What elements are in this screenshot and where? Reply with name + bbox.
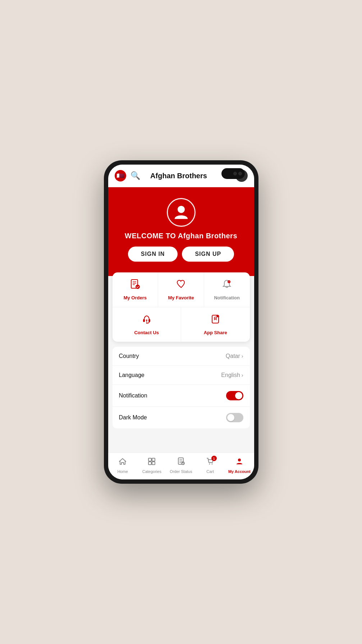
- profile-avatar-circle: [167, 198, 196, 227]
- country-row[interactable]: Country Qatar ›: [113, 347, 250, 366]
- svg-rect-7: [143, 319, 145, 322]
- language-chevron-icon: ›: [242, 372, 243, 378]
- heart-icon: [176, 279, 187, 292]
- svg-point-23: [181, 461, 185, 465]
- user-silhouette-icon: [172, 203, 190, 221]
- flag-icon[interactable]: 🇶🇦: [115, 170, 126, 181]
- phone-screen: 🇶🇦 🔍 Afghan Brothers € WELCOME TO Afghan…: [108, 165, 254, 479]
- menu-item-orders[interactable]: My Orders: [113, 272, 159, 307]
- order-status-nav-label: Order Status: [170, 469, 192, 474]
- phone-frame: 🇶🇦 🔍 Afghan Brothers € WELCOME TO Afghan…: [104, 160, 258, 484]
- scroll-area: WELCOME TO Afghan Brothers SIGN IN SIGN …: [108, 187, 254, 452]
- darkmode-label: Dark Mode: [119, 414, 147, 421]
- language-row[interactable]: Language English ›: [113, 366, 250, 385]
- svg-rect-18: [152, 462, 155, 465]
- menu-item-contact[interactable]: Contact Us: [113, 307, 182, 342]
- language-value: English: [221, 372, 240, 378]
- darkmode-row: Dark Mode: [113, 407, 250, 428]
- nav-item-cart[interactable]: 1 Cart: [196, 456, 225, 475]
- nav-item-categories[interactable]: Categories: [137, 456, 166, 475]
- app-title: Afghan Brothers: [126, 172, 232, 180]
- home-nav-label: Home: [117, 469, 128, 474]
- country-value-group: Qatar ›: [226, 353, 243, 359]
- svg-point-9: [146, 323, 147, 324]
- language-label: Language: [119, 372, 145, 378]
- account-nav-label: My Account: [228, 469, 251, 474]
- notification-toggle-knob: [235, 392, 242, 399]
- svg-point-5: [136, 285, 140, 289]
- home-icon: [118, 457, 127, 468]
- signup-button[interactable]: SIGN UP: [182, 247, 234, 262]
- menu-item-favorite[interactable]: My Favorite: [158, 272, 204, 307]
- bell-icon: [221, 279, 232, 292]
- darkmode-toggle-knob: [227, 414, 234, 421]
- svg-point-26: [238, 459, 241, 461]
- country-value: Qatar: [226, 353, 240, 359]
- welcome-banner: WELCOME TO Afghan Brothers SIGN IN SIGN …: [108, 187, 254, 276]
- notification-setting-label: Notification: [119, 392, 147, 399]
- favorite-label: My Favorite: [168, 295, 194, 300]
- svg-point-25: [211, 464, 212, 465]
- svg-rect-8: [148, 319, 150, 322]
- cart-wrapper: 1: [206, 457, 215, 468]
- menu-top-row: My Orders My Favorite: [113, 272, 250, 307]
- svg-point-24: [209, 464, 210, 465]
- account-icon: [235, 457, 244, 468]
- contact-label: Contact Us: [134, 330, 159, 335]
- welcome-text: WELCOME TO Afghan Brothers: [125, 232, 237, 240]
- country-chevron-icon: ›: [242, 353, 243, 359]
- darkmode-toggle[interactable]: [226, 413, 243, 422]
- country-label: Country: [119, 353, 139, 359]
- menu-bottom-row: Contact Us App: [113, 307, 250, 342]
- categories-icon: [147, 457, 156, 468]
- cart-nav-label: Cart: [206, 469, 214, 474]
- bottom-spacer: [108, 428, 254, 436]
- phone-camera: [221, 168, 245, 179]
- nav-item-home[interactable]: Home: [108, 456, 137, 475]
- language-value-group: English ›: [221, 372, 243, 378]
- camera-lens: [233, 172, 237, 175]
- menu-item-appshare[interactable]: App Share: [181, 307, 250, 342]
- menu-item-notification[interactable]: Notification: [204, 272, 250, 307]
- auth-buttons: SIGN IN SIGN UP: [128, 247, 234, 262]
- camera-sensor: [238, 172, 242, 175]
- nav-item-order-status[interactable]: Order Status: [166, 456, 196, 475]
- svg-rect-15: [148, 458, 151, 461]
- settings-section: Country Qatar › Language English ›: [113, 347, 250, 428]
- svg-rect-16: [152, 458, 155, 461]
- nav-item-account[interactable]: My Account: [225, 456, 254, 475]
- notification-row: Notification: [113, 385, 250, 407]
- svg-point-10: [146, 319, 147, 321]
- svg-rect-17: [148, 462, 151, 465]
- order-status-icon: [177, 457, 185, 468]
- notification-label: Notification: [214, 295, 240, 300]
- share-icon: [210, 314, 221, 327]
- categories-nav-label: Categories: [142, 469, 161, 474]
- signin-button[interactable]: SIGN IN: [128, 247, 178, 262]
- cart-badge: 1: [211, 456, 217, 461]
- svg-point-0: [178, 206, 185, 213]
- bottom-nav: Home Categories: [108, 452, 254, 479]
- menu-card: My Orders My Favorite: [113, 272, 250, 342]
- orders-label: My Orders: [124, 295, 147, 300]
- notification-toggle[interactable]: [226, 391, 243, 400]
- appshare-label: App Share: [204, 330, 227, 335]
- orders-icon: [130, 279, 141, 292]
- headset-icon: [141, 314, 152, 327]
